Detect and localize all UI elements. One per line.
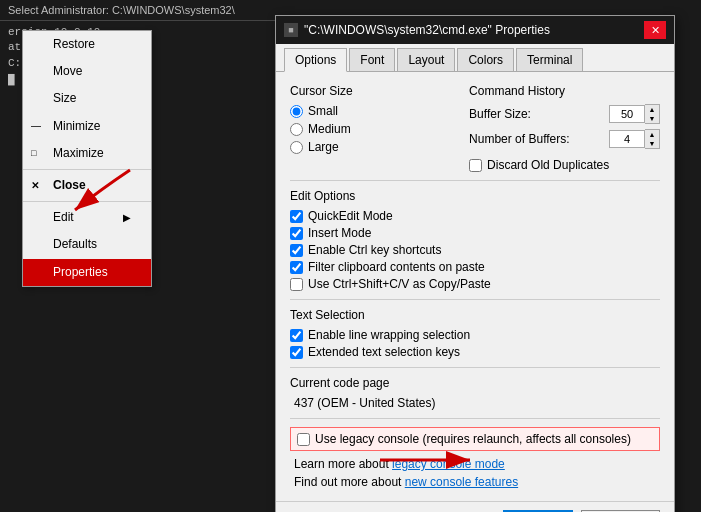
num-buffers-field[interactable] bbox=[609, 130, 645, 148]
minimize-icon: — bbox=[31, 118, 41, 134]
context-menu-item-maximize[interactable]: □ Maximize bbox=[23, 140, 151, 167]
line-wrap-label: Enable line wrapping selection bbox=[308, 328, 470, 342]
tab-options[interactable]: Options bbox=[284, 48, 347, 72]
context-menu-item-restore[interactable]: Restore bbox=[23, 31, 151, 58]
learn-more-row: Learn more about legacy console mode bbox=[290, 457, 660, 471]
context-menu-item-close[interactable]: ✕ Close bbox=[23, 172, 151, 199]
context-menu-item-edit[interactable]: Edit ▶ bbox=[23, 204, 151, 231]
menu-separator-2 bbox=[23, 201, 151, 202]
text-selection-checkboxes: Enable line wrapping selection Extended … bbox=[290, 328, 660, 359]
ctrl-shift-option[interactable]: Use Ctrl+Shift+C/V as Copy/Paste bbox=[290, 277, 660, 291]
buffer-size-down-arrow[interactable]: ▼ bbox=[645, 114, 659, 123]
cursor-large-label: Large bbox=[308, 140, 339, 154]
ctrl-shortcuts-label: Enable Ctrl key shortcuts bbox=[308, 243, 441, 257]
tab-layout[interactable]: Layout bbox=[397, 48, 455, 71]
tab-colors[interactable]: Colors bbox=[457, 48, 514, 71]
line-wrap-option[interactable]: Enable line wrapping selection bbox=[290, 328, 660, 342]
find-out-prefix: Find out more about bbox=[294, 475, 405, 489]
ctrl-shift-checkbox[interactable] bbox=[290, 278, 303, 291]
divider-2 bbox=[290, 299, 660, 300]
context-menu-item-minimize[interactable]: — Minimize bbox=[23, 113, 151, 140]
cursor-small-radio[interactable] bbox=[290, 105, 303, 118]
dialog-icon: ■ bbox=[284, 23, 298, 37]
divider-4 bbox=[290, 418, 660, 419]
quickedit-checkbox[interactable] bbox=[290, 210, 303, 223]
learn-more-link[interactable]: legacy console mode bbox=[392, 457, 505, 471]
quickedit-option[interactable]: QuickEdit Mode bbox=[290, 209, 660, 223]
context-menu: Restore Move Size — Minimize □ Maximize … bbox=[22, 30, 152, 287]
buffer-size-up-arrow[interactable]: ▲ bbox=[645, 105, 659, 114]
insert-mode-checkbox[interactable] bbox=[290, 227, 303, 240]
buffer-size-input: ▲ ▼ bbox=[609, 104, 660, 124]
filter-clipboard-option[interactable]: Filter clipboard contents on paste bbox=[290, 260, 660, 274]
num-buffers-down-arrow[interactable]: ▼ bbox=[645, 139, 659, 148]
ctrl-shift-label: Use Ctrl+Shift+C/V as Copy/Paste bbox=[308, 277, 491, 291]
buffer-size-arrows: ▲ ▼ bbox=[645, 104, 660, 124]
cmd-titlebar: Select Administrator: C:\WINDOWS\system3… bbox=[0, 0, 280, 21]
edit-options-section: Edit Options QuickEdit Mode Insert Mode … bbox=[290, 189, 660, 291]
quickedit-label: QuickEdit Mode bbox=[308, 209, 393, 223]
dialog-titlebar: ■ "C:\WINDOWS\system32\cmd.exe" Properti… bbox=[276, 16, 674, 44]
dialog-close-button[interactable]: ✕ bbox=[644, 21, 666, 39]
buffer-size-field[interactable] bbox=[609, 105, 645, 123]
command-history-label: Command History bbox=[469, 84, 660, 98]
find-out-link[interactable]: new console features bbox=[405, 475, 518, 489]
code-page-section: Current code page 437 (OEM - United Stat… bbox=[290, 376, 660, 410]
ctrl-shortcuts-checkbox[interactable] bbox=[290, 244, 303, 257]
edit-options-checkboxes: QuickEdit Mode Insert Mode Enable Ctrl k… bbox=[290, 209, 660, 291]
cursor-large-option[interactable]: Large bbox=[290, 140, 449, 154]
discard-duplicates-checkbox[interactable] bbox=[469, 159, 482, 172]
top-section: Cursor Size Small Medium Large bbox=[290, 84, 660, 172]
tab-terminal[interactable]: Terminal bbox=[516, 48, 583, 71]
edit-options-label: Edit Options bbox=[290, 189, 660, 203]
num-buffers-up-arrow[interactable]: ▲ bbox=[645, 130, 659, 139]
submenu-arrow-icon: ▶ bbox=[123, 210, 131, 226]
dialog-body: Cursor Size Small Medium Large bbox=[276, 72, 674, 501]
learn-more-prefix: Learn more about bbox=[294, 457, 392, 471]
dialog-buttons: OK Cancel bbox=[276, 501, 674, 512]
num-buffers-row: Number of Buffers: ▲ ▼ bbox=[469, 129, 660, 149]
cursor-size-section: Cursor Size Small Medium Large bbox=[290, 84, 449, 172]
context-menu-item-defaults[interactable]: Defaults bbox=[23, 231, 151, 258]
cursor-large-radio[interactable] bbox=[290, 141, 303, 154]
cursor-medium-option[interactable]: Medium bbox=[290, 122, 449, 136]
insert-mode-option[interactable]: Insert Mode bbox=[290, 226, 660, 240]
legacy-console-label: Use legacy console (requires relaunch, a… bbox=[315, 432, 631, 446]
code-page-label: Current code page bbox=[290, 376, 660, 390]
properties-dialog: ■ "C:\WINDOWS\system32\cmd.exe" Properti… bbox=[275, 15, 675, 512]
legacy-console-box: Use legacy console (requires relaunch, a… bbox=[290, 427, 660, 451]
cursor-size-label: Cursor Size bbox=[290, 84, 449, 98]
code-page-value: 437 (OEM - United States) bbox=[290, 396, 660, 410]
num-buffers-label: Number of Buffers: bbox=[469, 132, 601, 146]
context-menu-item-move[interactable]: Move bbox=[23, 58, 151, 85]
num-buffers-arrows: ▲ ▼ bbox=[645, 129, 660, 149]
num-buffers-input: ▲ ▼ bbox=[609, 129, 660, 149]
filter-clipboard-checkbox[interactable] bbox=[290, 261, 303, 274]
menu-separator-1 bbox=[23, 169, 151, 170]
close-icon: ✕ bbox=[31, 178, 39, 194]
command-history-section: Command History Buffer Size: ▲ ▼ bbox=[469, 84, 660, 172]
line-wrap-checkbox[interactable] bbox=[290, 329, 303, 342]
dialog-tabs: Options Font Layout Colors Terminal bbox=[276, 44, 674, 72]
filter-clipboard-label: Filter clipboard contents on paste bbox=[308, 260, 485, 274]
legacy-console-checkbox[interactable] bbox=[297, 433, 310, 446]
discard-duplicates-option[interactable]: Discard Old Duplicates bbox=[469, 158, 660, 172]
extended-keys-checkbox[interactable] bbox=[290, 346, 303, 359]
divider-1 bbox=[290, 180, 660, 181]
divider-3 bbox=[290, 367, 660, 368]
find-out-row: Find out more about new console features bbox=[290, 475, 660, 489]
spinners-group: Buffer Size: ▲ ▼ Number of Buffers: bbox=[469, 104, 660, 172]
tab-font[interactable]: Font bbox=[349, 48, 395, 71]
cursor-small-label: Small bbox=[308, 104, 338, 118]
extended-keys-option[interactable]: Extended text selection keys bbox=[290, 345, 660, 359]
context-menu-item-properties[interactable]: Properties bbox=[23, 259, 151, 286]
cursor-size-options: Small Medium Large bbox=[290, 104, 449, 154]
ctrl-shortcuts-option[interactable]: Enable Ctrl key shortcuts bbox=[290, 243, 660, 257]
context-menu-item-size[interactable]: Size bbox=[23, 85, 151, 112]
discard-duplicates-label: Discard Old Duplicates bbox=[487, 158, 609, 172]
buffer-size-label: Buffer Size: bbox=[469, 107, 601, 121]
cursor-small-option[interactable]: Small bbox=[290, 104, 449, 118]
dialog-title: "C:\WINDOWS\system32\cmd.exe" Properties bbox=[304, 23, 550, 37]
dialog-title-left: ■ "C:\WINDOWS\system32\cmd.exe" Properti… bbox=[284, 23, 550, 37]
cursor-medium-radio[interactable] bbox=[290, 123, 303, 136]
